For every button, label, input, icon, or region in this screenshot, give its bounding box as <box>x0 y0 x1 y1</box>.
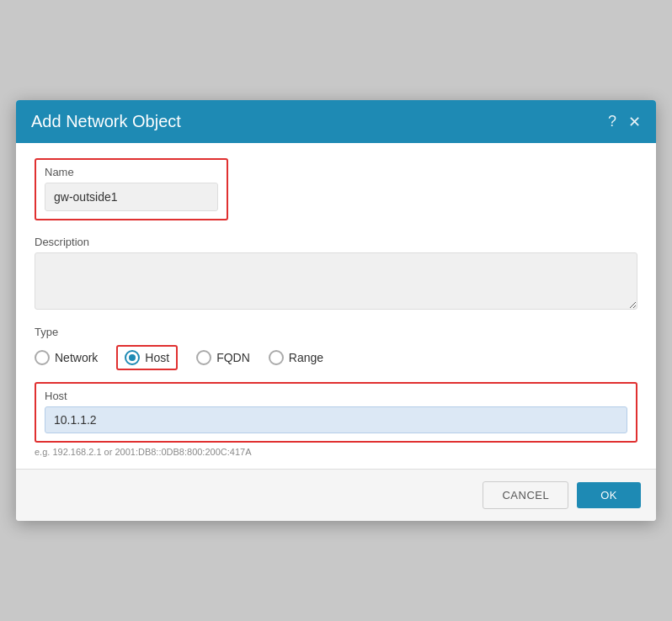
type-section: Type Network Host FQDN Range <box>35 326 637 370</box>
radio-range[interactable]: Range <box>269 350 323 365</box>
dialog-body: Name Description Type Network Host <box>16 143 656 457</box>
description-group: Description <box>35 236 637 312</box>
host-input[interactable] <box>45 406 627 433</box>
type-label: Type <box>35 326 637 338</box>
radio-host[interactable]: Host <box>116 345 178 370</box>
dialog-header: Add Network Object ? ✕ <box>16 100 656 143</box>
radio-range-label: Range <box>289 351 323 364</box>
radio-fqdn-label: FQDN <box>216 351 250 364</box>
radio-network-circle <box>35 350 50 365</box>
dialog-title: Add Network Object <box>31 112 181 131</box>
dialog-footer: CANCEL OK <box>16 469 656 521</box>
host-hint: e.g. 192.168.2.1 or 2001:DB8::0DB8:800:2… <box>35 447 637 457</box>
radio-host-label: Host <box>145 351 169 364</box>
name-input[interactable] <box>45 183 218 211</box>
description-label: Description <box>35 236 637 248</box>
radio-fqdn-circle <box>196 350 211 365</box>
ok-button[interactable]: OK <box>577 482 641 508</box>
host-section: Host e.g. 192.168.2.1 or 2001:DB8::0DB8:… <box>35 382 637 457</box>
close-icon[interactable]: ✕ <box>628 113 641 131</box>
radio-range-circle <box>269 350 284 365</box>
radio-host-circle <box>125 350 140 365</box>
radio-fqdn[interactable]: FQDN <box>196 350 250 365</box>
add-network-object-dialog: Add Network Object ? ✕ Name Description … <box>16 100 656 521</box>
help-icon[interactable]: ? <box>608 113 616 130</box>
dialog-header-icons: ? ✕ <box>608 113 641 131</box>
name-label: Name <box>45 166 218 178</box>
host-box: Host <box>35 382 637 443</box>
radio-network-label: Network <box>55 351 98 364</box>
host-box-inner: Host <box>36 384 636 441</box>
name-group: Name <box>35 158 637 220</box>
host-label: Host <box>45 390 627 402</box>
radio-network[interactable]: Network <box>35 350 98 365</box>
description-input[interactable] <box>35 252 637 310</box>
cancel-button[interactable]: CANCEL <box>483 481 568 509</box>
type-radio-group: Network Host FQDN Range <box>35 345 637 370</box>
